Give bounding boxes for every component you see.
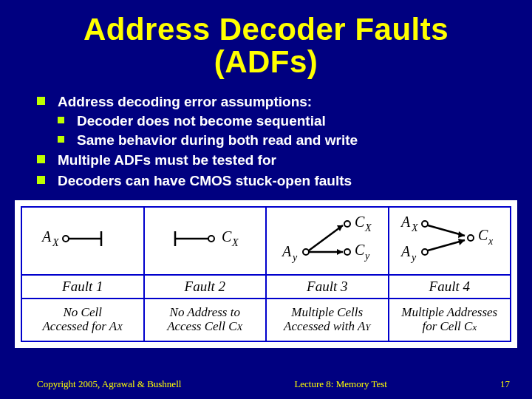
diagram-fault-3: A y C X C y [266,207,389,275]
fault-4-label: Fault 4 [389,275,511,299]
svg-text:X: X [231,237,239,248]
svg-text:A: A [41,228,52,245]
bullet-1a: Decoder does not become sequential [58,112,510,130]
svg-text:C: C [222,228,232,245]
slide-title: Address Decoder Faults (ADFs) [0,0,532,86]
svg-text:A: A [281,243,292,259]
fault-3-desc: Multiple Cells Accessed with AY [266,299,389,341]
title-line-1: Address Decoder Faults [83,12,449,47]
svg-line-13 [309,225,343,250]
svg-text:C: C [355,242,365,258]
bullet-1-text: Address decoding error assumptions: [58,94,312,109]
diagram-fault-1: A X [21,207,144,275]
footer-page: 17 [500,378,510,390]
footer-copyright: Copyright 2005, Agrawal & Bushnell [37,378,181,390]
svg-point-7 [208,236,214,242]
svg-text:C: C [478,227,488,243]
fault-2-desc: No Address to Access Cell CX [144,299,267,341]
fault-figure: A X C X A y [15,200,517,348]
svg-point-25 [422,221,428,227]
svg-point-20 [344,249,350,255]
footer-lecture: Lecture 8: Memory Test [294,378,387,390]
diagram-fault-4: A X A y C x [389,207,511,275]
footer: Copyright 2005, Agrawal & Bushnell Lectu… [0,378,532,390]
svg-text:X: X [411,222,418,233]
bullet-3: Decoders can have CMOS stuck-open faults [37,172,510,190]
fault-2-label: Fault 2 [144,275,267,299]
svg-text:X: X [364,222,372,233]
svg-point-15 [344,221,350,227]
svg-text:C: C [355,214,365,230]
svg-text:x: x [488,236,494,247]
svg-text:X: X [52,237,59,248]
svg-point-12 [303,249,309,255]
svg-text:y: y [291,252,298,263]
svg-text:A: A [400,214,411,230]
bullet-1b: Same behavior during both read and write [58,132,510,149]
svg-marker-19 [337,249,343,255]
bullet-content: Address decoding error assumptions: Deco… [0,86,532,190]
svg-text:y: y [410,252,417,263]
svg-text:A: A [400,243,411,259]
svg-text:y: y [364,250,370,262]
title-line-2: (ADFs) [214,44,318,79]
fault-3-label: Fault 3 [266,275,389,299]
bullet-2: Multiple ADFs must be tested for [37,151,510,169]
fault-1-desc: No Cell Accessed for AX [21,299,144,341]
fault-1-label: Fault 1 [21,275,144,299]
diagram-fault-2: C X [144,207,267,275]
svg-point-30 [422,249,428,255]
svg-point-2 [63,236,69,242]
svg-point-33 [468,235,474,241]
fault-4-desc: Multiple Addresses for Cell Cx [389,299,511,341]
bullet-1: Address decoding error assumptions: Deco… [37,93,510,149]
